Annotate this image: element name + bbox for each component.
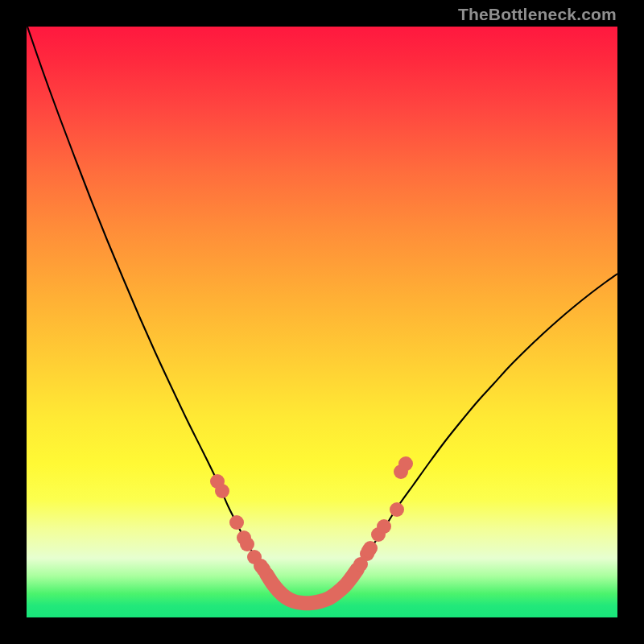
chart-overlay — [27, 27, 617, 617]
marker-dot — [390, 502, 404, 517]
optimal-band — [266, 569, 357, 603]
marker-dot — [240, 537, 254, 551]
highlighted-points — [210, 456, 413, 576]
watermark-text: TheBottleneck.com — [458, 5, 617, 24]
marker-dot — [229, 515, 244, 530]
marker-dot — [398, 456, 413, 471]
chart-frame: TheBottleneck.com — [0, 0, 644, 644]
bottleneck-curve — [27, 27, 617, 605]
marker-dot — [256, 562, 270, 576]
marker-dot — [361, 543, 376, 558]
marker-dot — [215, 484, 229, 498]
marker-dot — [377, 519, 391, 534]
